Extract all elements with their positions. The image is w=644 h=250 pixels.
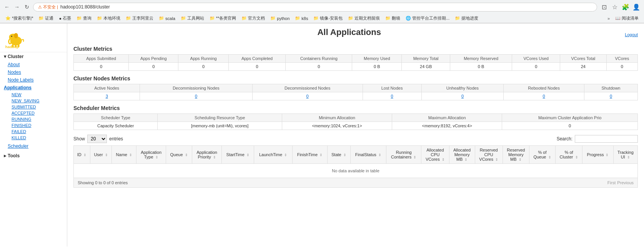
sidebar-item-running[interactable]: RUNNING: [0, 116, 67, 122]
sort-id-icon: ⇕: [83, 153, 87, 157]
sidebar-cluster-section: ▾ Cluster About Nodes Node Labels Applic…: [0, 52, 67, 150]
th-start-time[interactable]: StartTime ⇕: [222, 146, 254, 164]
refresh-button[interactable]: ↻: [23, 3, 31, 11]
showing-entries-text: Showing 0 to 0 of 0 entries: [78, 180, 128, 185]
val-decommissioned-nodes: 0: [252, 92, 363, 100]
th-allocated-cpu-vcores[interactable]: AllocatedCPUVCores ⇕: [421, 146, 449, 164]
th-application-priority[interactable]: ApplicationPriority ⇕: [192, 146, 222, 164]
sidebar-cluster-title[interactable]: ▾ Cluster: [0, 52, 67, 61]
sidebar: hadoop ▾ Cluster About Nodes Node Labels…: [0, 23, 67, 247]
more-bookmarks-button[interactable]: »: [605, 15, 612, 22]
bookmark-wangali[interactable]: 📁 王李阿里云: [123, 15, 156, 22]
sidebar-item-new-saving[interactable]: NEW_SAVING: [0, 98, 67, 104]
bookmark-scala[interactable]: 📁 scala: [156, 15, 178, 22]
bookmark-shimo[interactable]: ● 石墨: [57, 15, 73, 22]
val-shutdown-nodes: 0: [584, 92, 638, 100]
no-data-cell: No data available in table: [74, 164, 638, 178]
sidebar-item-about[interactable]: About: [0, 61, 67, 68]
sidebar-item-node-labels[interactable]: Node Labels: [0, 76, 67, 84]
sort-state-icon: ⇕: [343, 153, 346, 157]
search-input[interactable]: [575, 135, 638, 143]
th-id[interactable]: ID ⇕: [74, 146, 90, 164]
first-page-button[interactable]: First: [607, 180, 616, 185]
col-memory-reserved: Memory Reserved: [450, 55, 512, 63]
bookmark-recent-docs[interactable]: 📁 近期文档留痕: [346, 15, 382, 22]
sidebar-item-accepted[interactable]: ACCEPTED: [0, 110, 67, 116]
th-pct-cluster[interactable]: % ofCluster ⇕: [556, 146, 582, 164]
th-state[interactable]: State ⇕: [328, 146, 351, 164]
sidebar-item-applications[interactable]: Applications: [0, 84, 67, 92]
sort-resmem-icon: ⇕: [519, 158, 522, 162]
bookmark-official-sites[interactable]: 📁 **各类官网: [207, 15, 239, 22]
logout-link[interactable]: Logout: [625, 32, 638, 37]
th-reserved-cpu-vcores[interactable]: ReservedCPUVCores ⇕: [475, 146, 503, 164]
th-progress[interactable]: Progress ⇕: [582, 146, 614, 164]
sidebar-item-scheduler[interactable]: Scheduler: [0, 142, 67, 150]
val-decommissioning-nodes: 0: [140, 92, 252, 100]
th-user[interactable]: User ⇕: [90, 146, 112, 164]
extensions-icon[interactable]: 🧩: [621, 2, 630, 12]
logo-area: hadoop: [0, 27, 67, 52]
sidebar-item-new[interactable]: NEW: [0, 92, 67, 98]
bookmark-judi[interactable]: 📁 据地进度: [453, 15, 481, 22]
previous-page-button[interactable]: Previous: [617, 180, 634, 185]
bookmark-python[interactable]: 📁 python: [268, 15, 292, 22]
sidebar-tools-title[interactable]: ▸ Tools: [0, 152, 67, 160]
val-containers-running: 0: [286, 63, 352, 71]
th-queue[interactable]: Queue ⇕: [166, 146, 192, 164]
col-vcores-total: VCores Total: [560, 55, 607, 63]
sidebar-item-killed[interactable]: KILLED: [0, 135, 67, 141]
val-apps-pending: 0: [129, 63, 178, 71]
th-finish-time[interactable]: FinishTime ⇕: [292, 146, 327, 164]
val-vcores-used: 0: [512, 63, 560, 71]
account-icon[interactable]: 👤: [632, 2, 641, 12]
search-label: Search:: [557, 136, 572, 142]
bookmark-search[interactable]: ⭐ *搜索引擎|*: [3, 15, 35, 22]
entries-select[interactable]: 10 20 25 50 100: [87, 135, 107, 143]
val-memory-reserved: 0 B: [450, 63, 512, 71]
val-apps-submitted: 0: [74, 63, 129, 71]
bookmark-local-env[interactable]: 📁 本地环境: [95, 15, 123, 22]
col-shutdown-nodes: Shutdown: [584, 84, 638, 92]
th-pct-queue[interactable]: % ofQueue ⇕: [529, 146, 555, 164]
cluster-metrics-header: Cluster Metrics: [73, 46, 638, 52]
bookmark-zhengtong[interactable]: 📁 证通: [36, 15, 56, 22]
bookmark-docs[interactable]: 📁 官方文档: [239, 15, 267, 22]
sidebar-item-submitted[interactable]: SUBMITTED: [0, 104, 67, 110]
th-final-status[interactable]: FinalStatus ⇕: [350, 146, 386, 164]
browser-toolbar: ← → ↻ ⚠ 不安全 | hadoop101:8088/cluster ⊡ ☆…: [0, 0, 644, 14]
cast-icon[interactable]: ⊡: [599, 2, 609, 12]
th-tracking-ui[interactable]: TrackingUI ⇕: [613, 146, 637, 164]
col-lost-nodes: Lost Nodes: [363, 84, 421, 92]
bookmark-reading-list[interactable]: 📖 阅读清单: [613, 15, 641, 22]
bookmark-k8s[interactable]: 📁 k8s: [293, 15, 310, 22]
col-containers-running: Containers Running: [286, 55, 352, 63]
col-maximum-allocation: Maximum Allocation: [392, 114, 502, 122]
sidebar-item-failed[interactable]: FAILED: [0, 128, 67, 135]
bookmark-mirrors[interactable]: 📁 镜像-安装包: [311, 15, 345, 22]
th-reserved-memory-mb[interactable]: ReservedMemoryMB ⇕: [503, 146, 529, 164]
th-allocated-memory-mb[interactable]: AllocatedMemoryMB ⇕: [449, 146, 475, 164]
th-name[interactable]: Name ⇕: [112, 146, 136, 164]
th-application-type[interactable]: ApplicationType ⇕: [136, 146, 166, 164]
bookmark-mgmt-platform[interactable]: 🌐 管控平台工作排期...: [403, 15, 452, 22]
val-vcores: 0: [606, 63, 637, 71]
th-launch-time[interactable]: LaunchTime ⇕: [254, 146, 292, 164]
scheduler-metrics-table: Scheduler Type Scheduling Resource Type …: [73, 113, 638, 130]
sort-starttime-icon: ⇕: [246, 153, 250, 157]
bookmark-fanqiang[interactable]: 📁 翻墙: [383, 15, 403, 22]
bookmark-tools[interactable]: 📁 工具网站: [178, 15, 206, 22]
forward-button[interactable]: →: [13, 3, 21, 11]
sidebar-item-finished[interactable]: FINISHED: [0, 122, 67, 128]
bookmark-star-icon[interactable]: ☆: [610, 2, 619, 12]
address-bar[interactable]: ⚠ 不安全 | hadoop101:8088/cluster: [33, 3, 597, 12]
col-unhealthy-nodes: Unhealthy Nodes: [421, 84, 504, 92]
sidebar-item-nodes[interactable]: Nodes: [0, 68, 67, 76]
browser-chrome: ← → ↻ ⚠ 不安全 | hadoop101:8088/cluster ⊡ ☆…: [0, 0, 644, 23]
cluster-metrics-row: 0 0 0 0 0 0 B 24 GB 0 B 0 24 0: [74, 63, 638, 71]
back-button[interactable]: ←: [3, 3, 11, 11]
bookmark-query[interactable]: 📁 查询: [74, 15, 94, 22]
col-apps-submitted: Apps Submitted: [74, 55, 129, 63]
th-running-containers[interactable]: RunningContainers ⇕: [386, 146, 421, 164]
val-memory-used: 0 B: [352, 63, 402, 71]
